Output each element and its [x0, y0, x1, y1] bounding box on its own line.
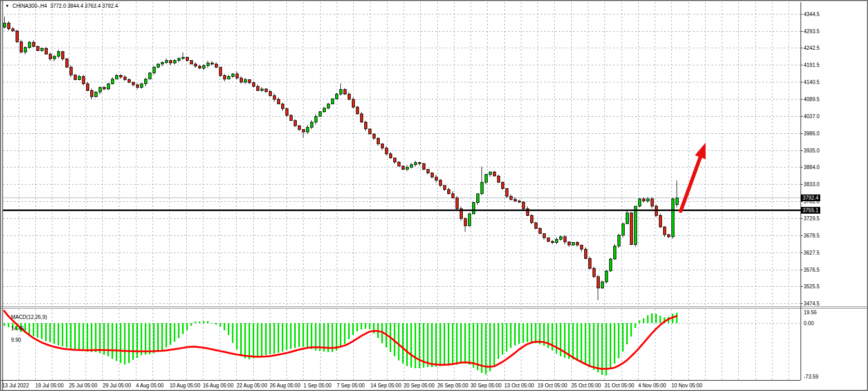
trading-chart-window: ▼ CHINA300-,H4 3772.0 3844.4 3763.4 3792… — [0, 0, 868, 391]
chevron-down-icon[interactable]: ▼ — [5, 4, 9, 8]
bid-price-label: 3792.4 — [801, 194, 820, 201]
macd-signal-value: 9.90 — [11, 337, 21, 343]
price-axis-label: 4037.0 — [804, 114, 820, 119]
price-axis-label: 4089.5 — [804, 96, 820, 102]
date-label: 13 Jul 2022 — [2, 383, 29, 388]
candles-layer — [3, 17, 678, 301]
date-label: 14 Sep 05:00 — [370, 383, 402, 388]
macd-main-value: 14.46 — [11, 326, 24, 331]
price-chart[interactable] — [1, 1, 868, 391]
trend-arrow[interactable] — [681, 143, 706, 211]
price-axis-label: 4293.5 — [804, 29, 820, 34]
level-price-label: 3755.1 — [801, 207, 820, 214]
macd-indicator-name: MACD(12,26,9) — [11, 314, 47, 320]
date-label: 31 Oct 05:00 — [604, 383, 634, 388]
price-axis-label: 3627.5 — [804, 250, 820, 256]
macd-histogram — [4, 313, 678, 375]
date-label: 4 Nov 05:00 — [638, 383, 666, 388]
date-label: 16 Aug 05:00 — [203, 383, 233, 388]
chart-title: ▼ CHINA300-,H4 3772.0 3844.4 3763.4 3792… — [5, 3, 118, 9]
price-axis-label: 3884.0 — [804, 164, 820, 170]
date-label: 1 Sep 05:00 — [304, 383, 332, 388]
date-label: 26 Sep 05:00 — [437, 383, 469, 388]
price-axis-label: 4344.5 — [804, 11, 820, 17]
date-label: 10 Nov 05:00 — [671, 383, 702, 388]
price-axis-label: 4140.5 — [804, 79, 820, 85]
price-axis-label: 4242.5 — [804, 45, 820, 51]
price-axis-label: 3935.0 — [804, 148, 820, 153]
price-axis-label: 3729.5 — [804, 216, 820, 221]
macd-scale-label: 0.00 — [804, 320, 814, 326]
date-label: 13 Oct 05:00 — [504, 383, 534, 388]
macd-label: MACD(12,26,9) 14.46 9.90 — [5, 309, 47, 348]
price-axis-label: 3576.5 — [804, 267, 820, 273]
date-label: 19 Jul 05:00 — [35, 383, 64, 388]
macd-scale-label: 19.56 — [804, 310, 817, 315]
price-axis-label: 3474.5 — [804, 301, 820, 306]
date-label: 19 Oct 05:00 — [538, 383, 567, 388]
ohlc-values: 3772.0 3844.4 3763.4 3792.4 — [50, 3, 118, 9]
price-axis-label: 3833.0 — [804, 181, 820, 187]
date-label: 29 Jul 05:00 — [103, 383, 131, 388]
date-label: 30 Sep 05:00 — [471, 383, 502, 388]
price-axis-label: 3525.5 — [804, 284, 820, 289]
date-label: 7 Sep 05:00 — [337, 383, 365, 388]
grid-lines — [3, 2, 801, 380]
price-axis-label: 4191.5 — [804, 62, 820, 68]
price-axis-label: 3678.5 — [804, 233, 820, 239]
date-label: 10 Aug 05:00 — [170, 383, 200, 388]
macd-scale-label: -73.59 — [804, 374, 818, 380]
symbol-period-label: CHINA300-,H4 — [12, 3, 47, 9]
date-label: 4 Aug 05:00 — [136, 383, 163, 388]
date-label: 25 Jul 05:00 — [69, 383, 98, 388]
date-label: 25 Oct 05:00 — [571, 383, 601, 388]
price-axis-label: 3986.0 — [804, 131, 820, 136]
date-label: 26 Aug 05:00 — [270, 383, 300, 388]
date-label: 22 Aug 05:00 — [237, 383, 267, 388]
date-label: 20 Sep 05:00 — [404, 383, 435, 388]
